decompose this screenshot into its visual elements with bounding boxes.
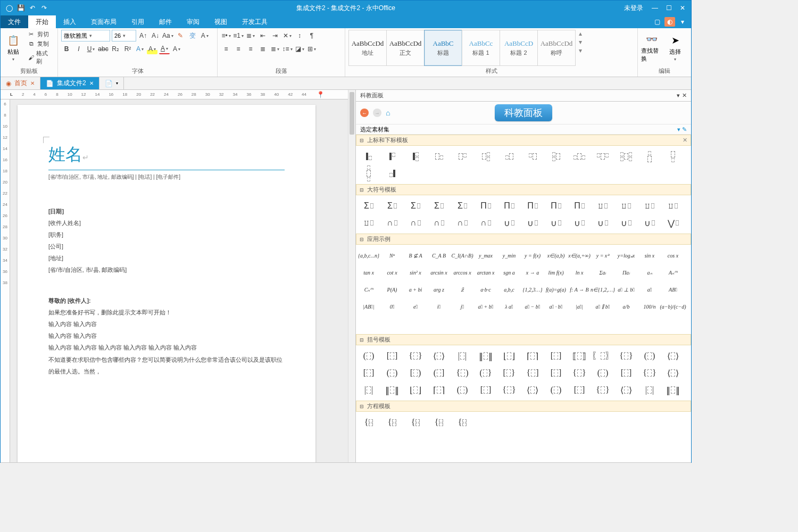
- group-header-equations[interactable]: ⊟方程模板: [356, 401, 691, 412]
- panel-close-icon[interactable]: ✕: [682, 92, 687, 99]
- bigop-template-18[interactable]: ∩: [451, 214, 474, 231]
- bullets-icon[interactable]: ≡•: [221, 30, 231, 41]
- bracket-template-17[interactable]: (]: [427, 364, 451, 381]
- nav-back-icon[interactable]: ←: [360, 109, 369, 117]
- example-examples_r1-10[interactable]: y = xᵃ: [591, 247, 614, 264]
- bracket-template-23[interactable]: {}: [568, 364, 591, 381]
- bracket-template-34[interactable]: {}: [497, 381, 521, 398]
- tab-view[interactable]: 视图: [207, 15, 235, 28]
- example-examples_r2-10[interactable]: lim f(x): [544, 264, 568, 281]
- bracket-template-32[interactable]: (): [451, 381, 474, 398]
- example-examples_r1-0[interactable]: {a,b,c...n}: [357, 247, 380, 264]
- example-examples_r1-11[interactable]: y=logₐx: [614, 247, 638, 264]
- show-marks-icon[interactable]: ¶: [306, 30, 317, 41]
- subscript-template-1[interactable]: [380, 148, 404, 165]
- style-item-正文[interactable]: AaBbCcDd正文: [386, 30, 425, 66]
- superscript-icon[interactable]: R²: [122, 44, 133, 54]
- group-header-examples[interactable]: ⊟应用示例: [356, 234, 691, 245]
- example-examples_r1-9[interactable]: x∈(a,+∞): [568, 247, 591, 264]
- bigop-template-24[interactable]: ∪: [591, 214, 614, 231]
- subscript-template-3[interactable]: [427, 148, 451, 165]
- undo-icon[interactable]: ↶: [28, 4, 37, 12]
- bigop-template-15[interactable]: ∩: [380, 214, 404, 231]
- bracket-template-40[interactable]: ||: [638, 381, 661, 398]
- bracket-template-5[interactable]: ‖‖: [474, 347, 497, 364]
- style-item-标题 2[interactable]: AaBbCcD标题 2: [500, 30, 538, 66]
- example-examples_r4-4[interactable]: a⃗: [638, 281, 661, 298]
- example-examples_r3-1[interactable]: Πaᵢ: [614, 264, 638, 281]
- example-examples_r5-8[interactable]: [357, 315, 380, 332]
- subscript-template-10[interactable]: [591, 148, 614, 165]
- shrink-font-icon[interactable]: A↓: [150, 30, 161, 41]
- bracket-template-37[interactable]: []: [568, 381, 591, 398]
- tab-home[interactable]: 开始: [28, 15, 56, 28]
- bracket-template-3[interactable]: ⟨⟩: [427, 347, 451, 364]
- example-examples_r1-6[interactable]: y_min: [497, 247, 521, 264]
- login-status[interactable]: 未登录: [624, 4, 643, 13]
- example-examples_r1-1[interactable]: Nⁿ: [380, 247, 404, 264]
- example-examples_r4-11[interactable]: a⃗ + b⃗: [474, 298, 497, 315]
- paste-button[interactable]: 📋 粘贴 ▾: [4, 30, 23, 66]
- bracket-template-15[interactable]: (): [380, 364, 404, 381]
- example-examples_r2-6[interactable]: arccos x: [451, 264, 474, 281]
- subscript-template-8[interactable]: [544, 148, 568, 165]
- equation-template-4[interactable]: {: [451, 414, 474, 431]
- redo-icon[interactable]: ↷: [40, 4, 48, 12]
- example-examples_r5-7[interactable]: (a−b)/(c−d): [661, 298, 685, 315]
- example-examples_r5-1[interactable]: a⃗ − b⃗: [521, 298, 544, 315]
- subscript-template-13[interactable]: [661, 148, 685, 165]
- example-examples_r4-0[interactable]: f(a)=g(a): [544, 281, 568, 298]
- save-icon[interactable]: 💾: [16, 4, 25, 12]
- bigop-template-12[interactable]: ⨿: [638, 197, 661, 214]
- font-name-select[interactable]: 微软雅黑▾: [61, 30, 110, 41]
- example-examples_r2-0[interactable]: sin x: [638, 247, 661, 264]
- equation-template-1[interactable]: {: [380, 414, 404, 431]
- bigop-template-20[interactable]: ∪: [497, 214, 521, 231]
- example-examples_r5-3[interactable]: |a⃗|: [568, 298, 591, 315]
- subscript-template-9[interactable]: [568, 148, 591, 165]
- example-examples_r3-4[interactable]: Cₙᵐ: [357, 281, 380, 298]
- close-icon[interactable]: ✕: [30, 80, 35, 86]
- example-examples_r1-4[interactable]: C_I(A∩B): [451, 247, 474, 264]
- example-examples_r3-2[interactable]: aₙ: [638, 264, 661, 281]
- bigop-template-27[interactable]: ⋁: [661, 214, 685, 231]
- example-examples_r5-9[interactable]: [380, 315, 404, 332]
- tab-layout[interactable]: 页面布局: [84, 15, 124, 28]
- example-examples_r2-1[interactable]: cos x: [661, 247, 685, 264]
- bigop-template-23[interactable]: ∪: [568, 214, 591, 231]
- bracket-template-29[interactable]: ‖‖: [380, 381, 404, 398]
- example-examples_r4-1[interactable]: f: A → B: [568, 281, 591, 298]
- example-examples_r4-7[interactable]: 0⃗: [380, 298, 404, 315]
- help-icon[interactable]: ▾: [677, 17, 688, 27]
- bracket-template-24[interactable]: (): [591, 364, 614, 381]
- example-examples_r2-2[interactable]: tan x: [357, 264, 380, 281]
- bigop-template-0[interactable]: Σ: [357, 197, 380, 214]
- example-examples_r1-8[interactable]: x∈(a,b): [544, 247, 568, 264]
- example-examples_r2-11[interactable]: ln x: [568, 264, 591, 281]
- bracket-template-38[interactable]: {}: [591, 381, 614, 398]
- bracket-template-16[interactable]: [): [404, 364, 427, 381]
- styles-more-icon[interactable]: ▾: [579, 47, 582, 54]
- page-canvas[interactable]: 姓名↵ [省/市/自治区, 市/县, 地址, 邮政编码] | [电话] | [电…: [10, 99, 355, 462]
- doc-subtitle[interactable]: [省/市/自治区, 市/县, 地址, 邮政编码] | [电话] | [电子邮件]: [48, 173, 285, 181]
- subscript-icon[interactable]: R₂: [110, 44, 121, 54]
- example-examples_r4-8[interactable]: e⃗: [404, 298, 427, 315]
- new-doc-button[interactable]: 📄▾: [99, 77, 124, 89]
- example-examples_r2-4[interactable]: sin² x: [404, 264, 427, 281]
- italic-icon[interactable]: I: [73, 44, 84, 54]
- bracket-template-27[interactable]: ⟨⟩: [661, 364, 685, 381]
- group-header-subscript[interactable]: ⊟上标和下标模板✕: [356, 135, 691, 146]
- indent-inc-icon[interactable]: ⇥: [270, 30, 280, 41]
- style-item-称呼[interactable]: AaBbCcDd称呼: [537, 30, 576, 66]
- bracket-template-14[interactable]: []: [357, 364, 380, 381]
- font-size-select[interactable]: 26▾: [112, 30, 136, 41]
- subscript-template-11[interactable]: [614, 148, 638, 165]
- subscript-template-0[interactable]: [357, 148, 380, 165]
- bigop-template-1[interactable]: Σ: [380, 197, 404, 214]
- bigop-template-25[interactable]: ∪: [614, 214, 638, 231]
- borders-icon[interactable]: ⊞: [306, 44, 317, 54]
- example-examples_r3-0[interactable]: Σaᵢ: [591, 264, 614, 281]
- multilevel-icon[interactable]: ≣: [245, 30, 256, 41]
- bigop-template-14[interactable]: ⨿: [357, 214, 380, 231]
- strike-icon[interactable]: abc: [98, 44, 109, 54]
